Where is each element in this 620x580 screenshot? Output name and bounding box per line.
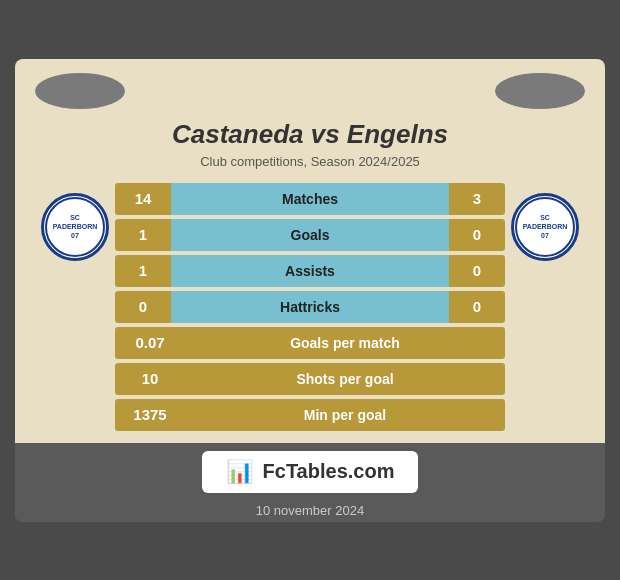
fctables-text: FcTables.com <box>263 460 395 483</box>
left-club-line3: 07 <box>71 231 79 240</box>
goals-label: Goals <box>171 219 449 251</box>
right-oval-decoration <box>495 73 585 109</box>
assists-right-val: 0 <box>449 255 505 287</box>
right-club-line1: SC <box>540 213 550 222</box>
mpg-left-val: 1375 <box>115 399 185 431</box>
left-club-logo-container: SC PADERBORN 07 <box>35 183 115 261</box>
mpg-label: Min per goal <box>185 399 505 431</box>
stat-row-min-per-goal: 1375 Min per goal <box>115 399 505 431</box>
right-club-line2: PADERBORN <box>523 222 568 231</box>
gpm-label: Goals per match <box>185 327 505 359</box>
assists-left-val: 1 <box>115 255 171 287</box>
hattricks-left-val: 0 <box>115 291 171 323</box>
goals-left-val: 1 <box>115 219 171 251</box>
footer-section: 📊 FcTables.com 10 november 2024 <box>15 443 605 522</box>
left-club-logo-inner: SC PADERBORN 07 <box>45 197 105 257</box>
stat-row-goals-per-match: 0.07 Goals per match <box>115 327 505 359</box>
match-subtitle: Club competitions, Season 2024/2025 <box>200 154 420 169</box>
spg-label: Shots per goal <box>185 363 505 395</box>
main-card: Castaneda vs Engelns Club competitions, … <box>15 59 605 522</box>
left-oval-decoration <box>35 73 125 109</box>
left-club-line1: SC <box>70 213 80 222</box>
left-club-logo: SC PADERBORN 07 <box>41 193 109 261</box>
matches-right-val: 3 <box>449 183 505 215</box>
center-stats: 14 Matches 3 1 Goals 0 1 Assists 0 0 Hat… <box>115 183 505 431</box>
right-club-logo: SC PADERBORN 07 <box>511 193 579 261</box>
gpm-left-val: 0.07 <box>115 327 185 359</box>
hattricks-right-val: 0 <box>449 291 505 323</box>
stat-row-shots-per-goal: 10 Shots per goal <box>115 363 505 395</box>
match-title: Castaneda vs Engelns <box>172 119 448 150</box>
content-section: SC PADERBORN 07 14 Matches 3 1 Goals 0 <box>15 183 605 443</box>
matches-left-val: 14 <box>115 183 171 215</box>
fctables-banner: 📊 FcTables.com <box>202 451 419 493</box>
stat-row-goals: 1 Goals 0 <box>115 219 505 251</box>
spg-left-val: 10 <box>115 363 185 395</box>
stat-row-matches: 14 Matches 3 <box>115 183 505 215</box>
right-club-logo-container: SC PADERBORN 07 <box>505 183 585 261</box>
stat-row-assists: 1 Assists 0 <box>115 255 505 287</box>
header-section: Castaneda vs Engelns Club competitions, … <box>15 59 605 183</box>
right-club-line3: 07 <box>541 231 549 240</box>
matches-label: Matches <box>171 183 449 215</box>
stat-row-hattricks: 0 Hattricks 0 <box>115 291 505 323</box>
goals-right-val: 0 <box>449 219 505 251</box>
right-club-logo-inner: SC PADERBORN 07 <box>515 197 575 257</box>
hattricks-label: Hattricks <box>171 291 449 323</box>
stats-area: SC PADERBORN 07 14 Matches 3 1 Goals 0 <box>35 183 585 431</box>
assists-label: Assists <box>171 255 449 287</box>
fctables-icon: 📊 <box>226 459 253 485</box>
footer-date: 10 november 2024 <box>256 503 364 518</box>
left-club-line2: PADERBORN <box>53 222 98 231</box>
